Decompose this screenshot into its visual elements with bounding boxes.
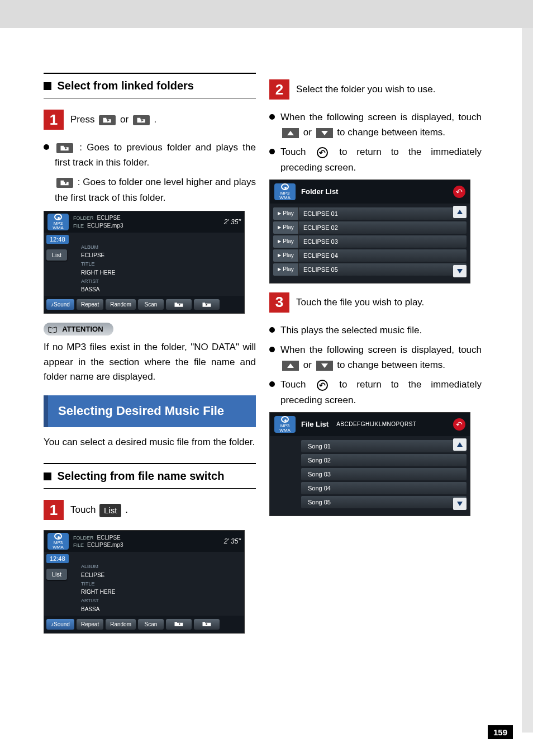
file-list-row[interactable]: Song 03	[301, 468, 467, 480]
folder-list-screenshot: MP3 WMA Folder List ↶ PlayECLIPSE 01Play…	[269, 179, 470, 284]
rb3: This plays the selected music file.	[280, 323, 482, 338]
folder-list-title: Folder List	[301, 187, 338, 196]
folder-next-button[interactable]	[194, 619, 220, 630]
random-button[interactable]: Random	[106, 299, 136, 310]
mode-badge-label: MP3 WMA	[279, 424, 291, 433]
bullet-next-folder: : Goes to folder one level higher and pl…	[55, 174, 256, 205]
folder-next-button[interactable]	[194, 299, 220, 310]
top-gray-bar	[0, 0, 533, 28]
sound-button[interactable]: ♪ Sound	[46, 619, 74, 630]
random-button[interactable]: Random	[106, 619, 136, 630]
elapsed-time: 2' 35''	[224, 218, 241, 226]
play-cell[interactable]: Play	[273, 249, 299, 262]
folder-next-icon	[133, 115, 150, 125]
folder-list-row[interactable]: PlayECLIPSE 02	[273, 221, 467, 234]
back-button[interactable]: ↶	[453, 186, 465, 198]
bullet2-text: : Goes to folder one level higher and pl…	[55, 177, 256, 202]
section-select-file-name-switch: Selecting from file name switch	[44, 463, 256, 489]
square-bullet-icon	[44, 472, 51, 480]
step-1-text: Press or .	[70, 112, 156, 127]
rb4-a: When the following screen is displayed, …	[280, 344, 482, 355]
scroll-down-button[interactable]	[453, 265, 467, 277]
play-cell[interactable]: Play	[273, 235, 299, 248]
title-label: TITLE	[81, 581, 95, 587]
mode-badge[interactable]: MP3 WMA	[274, 416, 296, 433]
player-screenshot-2: MP3 WMA FOLDERECLIPSE FILEECLIPSE.mp3 2'…	[44, 530, 245, 634]
repeat-button[interactable]: Repeat	[77, 299, 103, 310]
file-list-row[interactable]: Song 04	[301, 482, 467, 494]
folder-list-row[interactable]: PlayECLIPSE 01	[273, 207, 467, 220]
folder-row-label: ECLIPSE 01	[299, 210, 342, 217]
folder-label: FOLDER	[73, 215, 94, 221]
step-2-row: 2 Select the folder you wish to use.	[269, 79, 482, 100]
mode-badge-label: MP3 WMA	[53, 541, 64, 550]
attention-box: ATTENTION If no MP3 files exist in the f…	[44, 323, 256, 384]
back-button[interactable]: ↶	[453, 418, 465, 431]
scroll-down-button[interactable]	[453, 498, 467, 510]
mode-badge[interactable]: MP3 WMA	[47, 214, 69, 230]
scroll-up-button[interactable]	[453, 206, 467, 218]
file-list-row[interactable]: Song 02	[301, 454, 467, 466]
title-value: RIGHT HERE	[81, 589, 116, 595]
file-row-label: Song 03	[301, 471, 335, 478]
right-bullet-2: Touch ↶ to return to the immediately pre…	[269, 144, 482, 174]
bullet-dot-icon	[269, 327, 275, 333]
file-label: FILE	[73, 223, 84, 229]
sound-button[interactable]: ♪ Sound	[46, 299, 74, 310]
left-column: Select from linked folders 1 Press or . …	[44, 73, 256, 642]
list-button[interactable]: List	[46, 569, 67, 580]
clock-display: 12:48	[46, 235, 69, 244]
right-column: 2 Select the folder you wish to use. Whe…	[269, 73, 482, 525]
sound-button-label: Sound	[54, 621, 70, 627]
rb1-c: to change between items.	[337, 127, 445, 138]
file-list-screenshot: MP3 WMA File List ABCDEFGHIJKLMNOPQRST ↶…	[269, 412, 470, 516]
page-number: 159	[488, 725, 513, 739]
file-row-label: Song 02	[301, 457, 335, 464]
step-1-row: 1 Press or .	[44, 110, 256, 130]
folder-list-row[interactable]: PlayECLIPSE 04	[273, 249, 467, 262]
folder-prev-button[interactable]	[166, 299, 192, 310]
sound-button-label: Sound	[54, 301, 70, 308]
elapsed-time: 2' 35''	[224, 537, 241, 545]
list-button[interactable]: List	[46, 249, 67, 261]
mode-badge[interactable]: MP3 WMA	[274, 183, 296, 200]
artist-label: ARTIST	[81, 278, 99, 284]
folder-list-row[interactable]: PlayECLIPSE 03	[273, 235, 467, 248]
step1b-frag-a: Touch	[70, 504, 98, 515]
step-number-2: 2	[269, 79, 289, 100]
scan-button[interactable]: Scan	[138, 299, 164, 310]
section-title-2: Selecting from file name switch	[57, 470, 224, 483]
folder-prev-button[interactable]	[166, 619, 192, 630]
play-cell[interactable]: Play	[273, 221, 299, 234]
album-value: ECLIPSE	[81, 572, 104, 578]
folder-row-label: ECLIPSE 04	[299, 252, 342, 259]
step1-frag-b: or	[120, 114, 131, 125]
title-label: TITLE	[81, 261, 95, 267]
repeat-button[interactable]: Repeat	[77, 619, 103, 630]
step-number-1: 1	[44, 110, 64, 130]
step1-frag-a: Press	[70, 114, 97, 125]
step-1b-row: 1 Touch List .	[44, 500, 256, 520]
bullet-dot-icon	[269, 149, 275, 154]
attention-text: If no MP3 files exist in the folder, "NO…	[44, 340, 256, 384]
square-bullet-icon	[44, 82, 51, 90]
mode-badge[interactable]: MP3 WMA	[47, 533, 69, 550]
right-bullet-1: When the following screen is displayed, …	[269, 110, 482, 140]
scroll-up-button[interactable]	[453, 438, 467, 451]
scan-button[interactable]: Scan	[138, 619, 164, 630]
file-list-row[interactable]: Song 01	[301, 440, 467, 452]
file-list-row[interactable]: Song 05	[301, 496, 467, 508]
play-cell[interactable]: Play	[273, 263, 299, 276]
up-arrow-icon	[282, 128, 299, 138]
artist-label: ARTIST	[81, 598, 99, 603]
rb4-c: to change between items.	[337, 360, 445, 370]
right-bullet-4: When the following screen is displayed, …	[269, 342, 482, 372]
side-gray-tab	[522, 28, 533, 733]
section-select-linked-folders: Select from linked folders	[44, 73, 256, 98]
file-list-title: File List	[301, 420, 329, 428]
play-cell[interactable]: Play	[273, 207, 299, 220]
folder-value: ECLIPSE	[97, 535, 121, 541]
folder-list-row[interactable]: PlayECLIPSE 05	[273, 263, 467, 276]
bullet-dot-icon	[44, 144, 49, 150]
album-value: ECLIPSE	[81, 252, 104, 258]
